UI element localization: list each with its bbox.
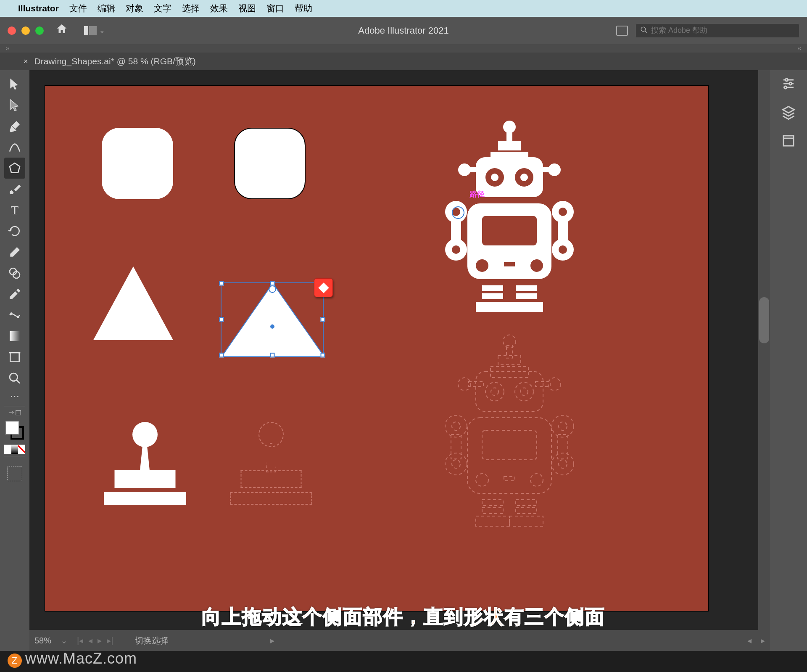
help-search-input[interactable] [651, 26, 795, 35]
svg-rect-10 [10, 353, 19, 361]
window-title: Adobe Illustrator 2021 [358, 25, 448, 36]
properties-panel-icon[interactable] [781, 76, 796, 93]
expand-toolbox-icon[interactable]: ›› [6, 45, 9, 51]
canvas[interactable]: 路径 [29, 70, 770, 630]
svg-rect-69 [482, 500, 503, 506]
menu-effect[interactable]: 效果 [210, 3, 228, 14]
draw-mode-normal[interactable] [7, 466, 22, 481]
svg-rect-29 [476, 302, 509, 312]
h-scroll-right[interactable]: ▸ [761, 635, 765, 646]
workspace-switcher[interactable]: ⌄ [84, 26, 105, 35]
prev-artboard-button[interactable]: ◂ [88, 635, 92, 646]
artboard[interactable]: 路径 [45, 85, 709, 611]
joystick-outline[interactable] [230, 422, 312, 506]
tutorial-caption: 向上拖动这个侧面部件，直到形状有三个侧面 [202, 604, 605, 630]
zoom-level[interactable]: 58% [34, 636, 51, 646]
menu-type[interactable]: 文字 [154, 3, 171, 14]
bbox-handle-bc[interactable] [270, 353, 274, 358]
app-name[interactable]: Illustrator [18, 3, 59, 13]
maximize-window-button[interactable] [35, 26, 44, 35]
svg-point-90 [784, 86, 787, 89]
eraser-tool[interactable] [4, 242, 25, 263]
triangle-white[interactable] [93, 266, 173, 340]
gradient-tool[interactable] [4, 326, 25, 347]
svg-rect-64 [467, 418, 551, 493]
search-icon [640, 26, 648, 35]
window-titlebar: ⌄ Adobe Illustrator 2021 [0, 17, 807, 44]
last-artboard-button[interactable]: ▸| [107, 635, 113, 646]
selection-dropdown-icon[interactable]: ▸ [270, 635, 274, 646]
zoom-dropdown-icon[interactable]: ⌄ [61, 635, 68, 646]
artboard-nav: |◂ ◂ ▸ ▸| [77, 635, 113, 646]
next-artboard-button[interactable]: ▸ [98, 635, 102, 646]
panel-dock [770, 70, 807, 651]
eyedropper-tool[interactable] [4, 284, 25, 305]
arrange-documents-icon[interactable] [616, 26, 628, 36]
svg-point-82 [552, 453, 574, 475]
svg-point-42 [476, 259, 488, 272]
polygon-tool[interactable] [4, 158, 25, 179]
expand-panels-icon[interactable]: ‹‹ [798, 45, 801, 51]
edge-widget-icon[interactable] [269, 285, 276, 293]
menu-select[interactable]: 选择 [182, 3, 200, 14]
mac-menubar: Illustrator 文件 编辑 对象 文字 选择 效果 视图 窗口 帮助 [0, 0, 807, 17]
direct-selection-tool[interactable] [4, 95, 25, 116]
layers-panel-icon[interactable] [781, 105, 796, 121]
type-tool[interactable]: T [4, 200, 25, 221]
menu-object[interactable]: 对象 [126, 3, 143, 14]
menu-window[interactable]: 窗口 [266, 3, 284, 14]
bbox-handle-ml[interactable] [219, 317, 224, 322]
svg-point-86 [786, 79, 788, 81]
joystick-solid[interactable] [104, 422, 186, 506]
color-mode-toggle[interactable] [4, 445, 25, 454]
menu-view[interactable]: 视图 [238, 3, 256, 14]
bbox-handle-tc[interactable] [270, 281, 274, 286]
close-window-button[interactable] [8, 26, 16, 35]
fill-stroke-swap-icon[interactable] [4, 408, 25, 417]
watermark-text: www.MacZ.com [25, 650, 137, 667]
paintbrush-tool[interactable] [4, 179, 25, 200]
bbox-handle-bl[interactable] [219, 353, 224, 358]
selection-info[interactable]: 切换选择 [135, 635, 169, 646]
libraries-panel-icon[interactable] [781, 133, 796, 150]
curvature-tool[interactable] [4, 137, 25, 158]
artboard-tool[interactable] [4, 347, 25, 368]
shape-builder-tool[interactable] [4, 263, 25, 284]
svg-rect-28 [482, 293, 503, 299]
bbox-handle-mr[interactable] [321, 317, 325, 322]
pen-tool[interactable] [4, 116, 25, 137]
svg-point-46 [452, 245, 460, 254]
bbox-handle-tl[interactable] [219, 281, 224, 286]
selection-tool[interactable] [4, 74, 25, 95]
menu-file[interactable]: 文件 [69, 3, 87, 14]
polygon-side-widget[interactable] [314, 278, 333, 297]
toolbox: T ⋯ [0, 70, 29, 651]
close-tab-button[interactable]: × [24, 57, 28, 66]
fill-swatch[interactable] [5, 421, 19, 435]
rounded-rect-white[interactable] [102, 128, 173, 199]
rotate-tool[interactable] [4, 221, 25, 242]
first-artboard-button[interactable]: |◂ [77, 635, 83, 646]
bbox-handle-br[interactable] [321, 353, 325, 358]
vertical-scrollbar[interactable] [758, 70, 770, 651]
menu-edit[interactable]: 编辑 [98, 3, 115, 14]
home-button[interactable] [55, 23, 68, 38]
svg-point-75 [445, 415, 467, 437]
selected-triangle[interactable] [221, 282, 324, 356]
minimize-window-button[interactable] [21, 26, 30, 35]
document-tab-label[interactable]: Drawing_Shapes.ai* @ 58 % (RGB/预览) [34, 55, 196, 67]
zoom-tool[interactable] [4, 368, 25, 389]
width-tool[interactable] [4, 305, 25, 326]
menu-help[interactable]: 帮助 [295, 3, 312, 14]
svg-point-13 [10, 373, 18, 381]
fill-stroke-control[interactable] [5, 421, 24, 440]
scrollbar-thumb[interactable] [759, 297, 769, 343]
help-search[interactable] [636, 24, 799, 38]
svg-rect-32 [509, 302, 543, 312]
edit-toolbar-button[interactable]: ⋯ [4, 389, 25, 404]
robot-outline[interactable] [411, 329, 608, 533]
h-scroll-left[interactable]: ◂ [747, 635, 752, 646]
robot-solid[interactable] [411, 115, 608, 319]
rounded-rect-stroked[interactable] [234, 128, 306, 199]
svg-point-78 [452, 422, 460, 430]
